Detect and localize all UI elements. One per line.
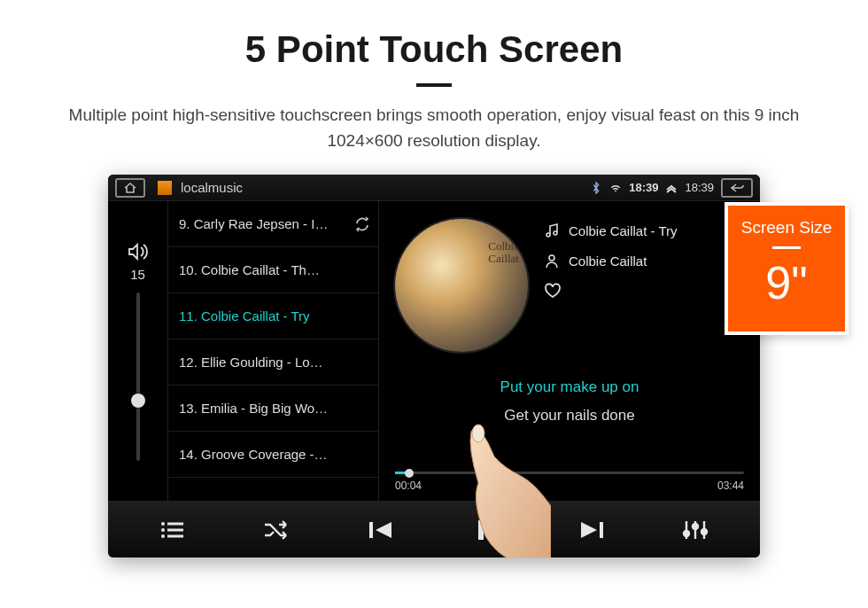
progress-slider[interactable] [395,472,744,474]
playlist-button[interactable] [146,509,199,551]
volume-slider[interactable] [136,292,140,461]
np-artist-row: Colbie Caillat [544,253,678,269]
track-label: 9. Carly Rae Jepsen - I… [179,216,328,231]
svg-rect-9 [489,520,494,540]
time-total: 03:44 [717,479,744,492]
svg-point-12 [693,524,698,529]
status-time-primary: 18:39 [629,181,658,194]
volume-icon [127,242,150,261]
play-pause-button[interactable] [460,509,513,551]
previous-button[interactable] [355,509,408,551]
back-icon [729,183,745,193]
svg-point-0 [549,255,554,261]
svg-rect-8 [478,520,484,540]
album-art [395,219,528,352]
screen-size-tag: Screen Size 9" [725,202,849,335]
favorite-button[interactable] [544,283,678,299]
time-elapsed: 00:04 [395,479,422,492]
svg-point-13 [701,529,707,534]
status-title: localmusic [181,180,243,195]
list-icon [159,519,186,541]
track-row[interactable]: 13. Emilia - Big Big Wo… [168,386,378,432]
track-row[interactable]: 10. Colbie Caillat - Th… [168,247,378,293]
svg-rect-7 [369,522,373,538]
equalizer-button[interactable] [669,509,722,551]
svg-point-1 [161,522,165,526]
np-artist-name: Colbie Caillat [569,253,647,269]
lyric-line-active: Put your make up on [395,378,744,396]
svg-rect-4 [167,528,183,531]
svg-point-5 [161,534,165,538]
headline-divider [416,83,452,87]
status-time-secondary: 18:39 [685,181,714,194]
heart-icon [544,283,562,299]
tag-value: 9" [735,256,838,309]
progress-area: 00:04 03:44 [395,472,744,492]
next-button[interactable] [564,509,617,551]
track-label: 12. Ellie Goulding - Lo… [179,355,323,370]
lyrics-area: Put your make up on Get your nails done [395,378,744,425]
svg-point-11 [684,531,689,536]
volume-thumb[interactable] [131,394,145,408]
track-row[interactable]: 11. Colbie Caillat - Try [168,293,378,339]
back-button[interactable] [721,178,753,198]
page-subhead: Multiple point high-sensitive touchscree… [35,103,833,153]
home-icon [123,182,137,194]
music-note-icon [544,222,560,238]
shuffle-button[interactable] [251,509,304,551]
volume-value: 15 [130,267,145,282]
np-song-row: Colbie Caillat - Try [544,222,678,238]
transport-bar [108,501,760,557]
shuffle-icon [262,519,292,541]
track-label: 14. Groove Coverage -… [179,447,328,462]
status-bar: localmusic 18:39 18:39 [108,175,760,201]
track-row[interactable]: 12. Ellie Goulding - Lo… [168,339,378,386]
svg-rect-2 [167,522,183,525]
progress-thumb[interactable] [405,469,414,478]
tag-title: Screen Size [735,218,838,238]
svg-point-3 [161,528,165,532]
svg-rect-6 [167,534,183,537]
lyric-line-next: Get your nails done [395,407,744,425]
track-label: 13. Emilia - Big Big Wo… [179,401,328,416]
page-headline: 5 Point Touch Screen [0,28,868,71]
track-label: 10. Colbie Caillat - Th… [179,262,320,277]
now-playing-panel: Colbie Caillat - Try Colbie Caillat Put … [379,201,760,501]
bluetooth-icon [590,182,602,194]
app-icon [158,181,172,195]
chevron-up-icon [665,182,678,194]
volume-panel: 15 [108,201,168,501]
home-button[interactable] [115,178,145,198]
track-row[interactable]: 14. Groove Coverage -… [168,432,378,478]
repeat-one-icon [353,215,371,233]
wifi-icon [609,182,622,194]
playlist: 9. Carly Rae Jepsen - I…10. Colbie Caill… [168,201,379,501]
skip-previous-icon [367,519,397,541]
track-row[interactable]: 9. Carly Rae Jepsen - I… [168,201,378,247]
svg-rect-10 [600,522,603,538]
equalizer-icon [682,519,709,541]
tag-divider [772,246,801,249]
np-song-title: Colbie Caillat - Try [569,223,678,238]
skip-next-icon [576,519,606,541]
person-icon [544,253,560,269]
device-screenshot: localmusic 18:39 18:39 15 9. Carly Rae J… [108,175,760,557]
track-label: 11. Colbie Caillat - Try [179,308,310,323]
pause-icon [475,518,498,542]
